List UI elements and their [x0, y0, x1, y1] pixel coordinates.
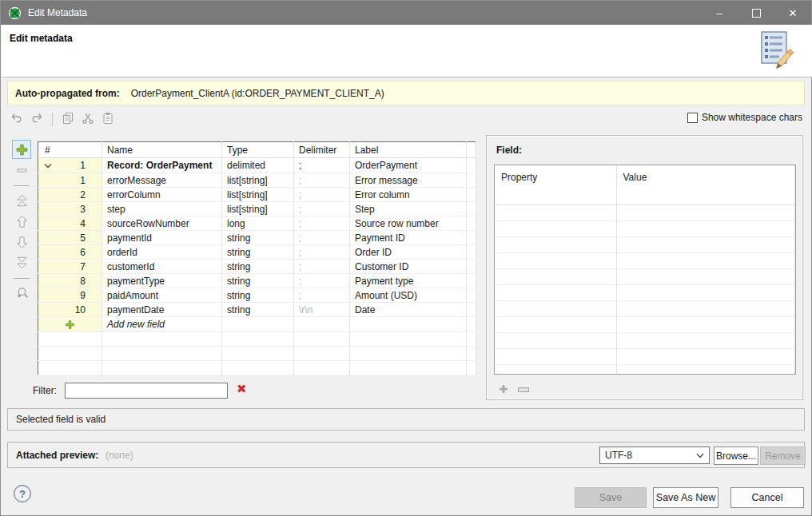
cell-name[interactable]: customerId	[102, 260, 222, 274]
help-button[interactable]: ?	[14, 485, 31, 502]
cell-delim[interactable]: ;	[294, 274, 350, 288]
clear-filter-icon[interactable]: ✖	[237, 381, 247, 397]
field-row[interactable]: 3steplist[string];Step	[38, 202, 476, 216]
record-expand-icon[interactable]	[42, 161, 54, 171]
cell-delim[interactable]: ;	[294, 231, 350, 245]
undo-icon[interactable]	[10, 112, 23, 127]
field-properties-table[interactable]: Property Value	[495, 165, 795, 375]
field-row[interactable]: 4sourceRowNumberlong;Source row number	[38, 216, 476, 231]
cut-icon[interactable]	[82, 112, 94, 127]
cell-number[interactable]: 2	[38, 188, 102, 202]
copy-icon[interactable]	[62, 112, 74, 127]
field-row[interactable]: 7customerIdstring;Customer ID	[38, 260, 476, 274]
cell-delim[interactable]: ;	[294, 173, 350, 188]
cell-label[interactable]: Error column	[350, 188, 467, 202]
cell-number[interactable]: 8	[38, 274, 102, 288]
cell-type[interactable]: string	[222, 288, 294, 303]
minimize-button[interactable]: –	[701, 1, 738, 25]
cell-number[interactable]: 4	[38, 216, 102, 231]
cell-number[interactable]: 7	[38, 260, 102, 274]
move-to-bottom-button[interactable]	[12, 253, 31, 272]
record-row[interactable]: 1Record: OrderPaymentdelimited;OrderPaym…	[38, 158, 476, 173]
cell-name[interactable]: paymentType	[102, 274, 222, 288]
cell-delim[interactable]: ;	[294, 202, 350, 216]
remove-preview-button[interactable]: Remove	[760, 447, 806, 465]
paste-icon[interactable]	[102, 112, 114, 127]
cell-name[interactable]: Add new field	[102, 317, 222, 332]
cell-type[interactable]: string	[222, 303, 294, 317]
redo-icon[interactable]	[30, 112, 43, 127]
cell-delim[interactable]: \r\n	[294, 303, 350, 317]
cell-number[interactable]: 10	[38, 303, 102, 317]
show-whitespace-option[interactable]: Show whitespace chars	[687, 112, 802, 123]
cell-delim[interactable]: ;	[294, 158, 350, 173]
cell-delim[interactable]: ;	[294, 260, 350, 274]
cell-type[interactable]: list[string]	[222, 202, 294, 216]
cell-label[interactable]: Source row number	[350, 216, 467, 231]
find-field-button[interactable]	[12, 284, 31, 303]
encoding-select[interactable]: UTF-8	[599, 447, 710, 464]
cell-number[interactable]: 9	[38, 288, 102, 303]
maximize-button[interactable]	[738, 1, 774, 25]
cell-label[interactable]: Payment ID	[350, 231, 467, 245]
cell-type[interactable]: string	[222, 231, 294, 245]
cell-number[interactable]: 1	[38, 173, 102, 188]
cell-number[interactable]: 3	[38, 202, 102, 216]
cell-type[interactable]: list[string]	[222, 188, 294, 202]
field-row[interactable]: 10paymentDatestring\r\nDate	[38, 303, 476, 317]
cell-delim[interactable]: ;	[294, 188, 350, 202]
cell-type[interactable]: list[string]	[222, 173, 294, 188]
cell-type[interactable]	[222, 317, 294, 332]
cell-label[interactable]: Customer ID	[350, 260, 467, 274]
cell-label[interactable]: Date	[350, 303, 467, 317]
cell-name[interactable]: errorColumn	[102, 188, 222, 202]
remove-field-button[interactable]	[12, 161, 31, 180]
cell-number[interactable]	[38, 317, 102, 332]
cell-name[interactable]: errorMessage	[102, 173, 222, 188]
cell-name[interactable]: paymentDate	[102, 303, 222, 317]
cell-name[interactable]: paidAmount	[102, 288, 222, 303]
cell-label[interactable]: OrderPayment	[350, 158, 467, 173]
field-row[interactable]: 2errorColumnlist[string];Error column	[38, 188, 476, 202]
move-down-button[interactable]	[12, 232, 31, 252]
cell-label[interactable]	[350, 317, 467, 332]
field-row[interactable]: 6orderIdstring;Order ID	[38, 245, 476, 260]
cell-delim[interactable]	[294, 317, 350, 332]
cell-name[interactable]: step	[102, 202, 222, 216]
remove-property-icon[interactable]	[517, 385, 530, 396]
close-button[interactable]: ✕	[774, 1, 811, 25]
cell-label[interactable]: Payment type	[350, 274, 467, 288]
add-field-button[interactable]	[12, 140, 31, 159]
cell-name[interactable]: Record: OrderPayment	[102, 158, 222, 173]
field-row[interactable]: 8paymentTypestring;Payment type	[38, 274, 476, 288]
add-field-icon[interactable]	[65, 320, 75, 330]
browse-button[interactable]: Browse...	[714, 447, 758, 465]
cell-label[interactable]: Step	[350, 202, 467, 216]
cell-number[interactable]: 6	[38, 245, 102, 260]
filter-input[interactable]	[65, 383, 228, 399]
move-to-top-button[interactable]	[12, 191, 31, 210]
show-whitespace-checkbox[interactable]	[687, 113, 698, 123]
add-row[interactable]: Add new field	[38, 317, 476, 332]
field-row[interactable]: 9paidAmountstring;Amount (USD)	[38, 288, 476, 303]
cell-delim[interactable]: ;	[294, 288, 350, 303]
add-property-icon[interactable]	[498, 383, 509, 397]
cell-type[interactable]: string	[222, 260, 294, 274]
save-as-new-button[interactable]: Save As New	[653, 487, 718, 508]
titlebar[interactable]: Edit Metadata – ✕	[1, 1, 811, 25]
metadata-grid[interactable]: # Name Type Delimiter Label 1Record: Ord…	[38, 141, 476, 375]
cell-number[interactable]: 1	[38, 158, 102, 173]
cell-label[interactable]: Amount (USD)	[350, 288, 467, 303]
save-button[interactable]: Save	[575, 487, 647, 508]
cell-name[interactable]: paymentId	[102, 231, 222, 245]
cell-type[interactable]: string	[222, 274, 294, 288]
cancel-button[interactable]: Cancel	[730, 487, 804, 508]
field-row[interactable]: 1errorMessagelist[string];Error message	[38, 173, 476, 188]
cell-type[interactable]: string	[222, 245, 294, 260]
move-up-button[interactable]	[12, 212, 31, 231]
cell-name[interactable]: orderId	[102, 245, 222, 260]
cell-name[interactable]: sourceRowNumber	[102, 216, 222, 231]
cell-delim[interactable]: ;	[294, 216, 350, 231]
field-row[interactable]: 5paymentIdstring;Payment ID	[38, 231, 476, 245]
cell-label[interactable]: Error message	[350, 173, 467, 188]
